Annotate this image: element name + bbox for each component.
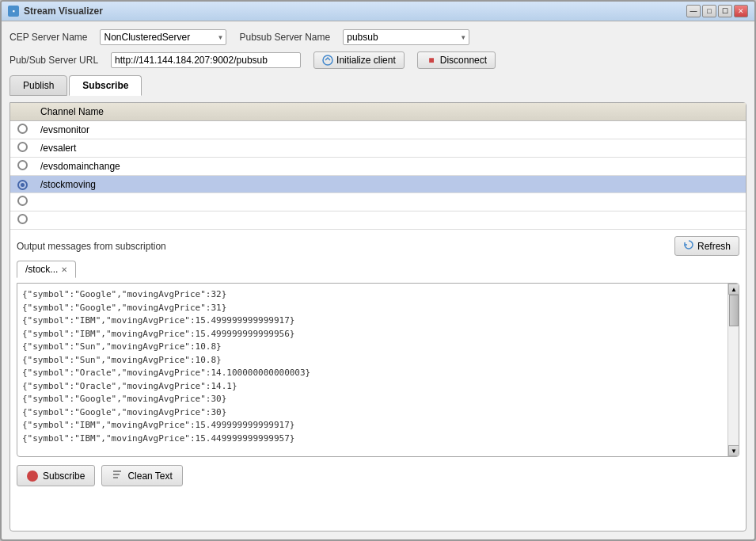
output-tab-bar: /stock... ✕ — [17, 261, 739, 278]
main-window: ▪ Stream Visualizer — □ ☐ ✕ CEP Server N… — [0, 0, 756, 541]
radio-button[interactable] — [17, 124, 28, 134]
title-bar: ▪ Stream Visualizer — □ ☐ ✕ — [2, 2, 754, 21]
table-row[interactable] — [10, 211, 746, 230]
server-name-row: CEP Server Name NonClusteredServer Pubsu… — [9, 29, 747, 45]
channel-name-cell: /evsalert — [34, 139, 746, 158]
svg-rect-1 — [113, 471, 121, 472]
channel-name-cell — [34, 211, 746, 230]
output-tab-label: /stock... — [25, 264, 58, 275]
radio-col-header — [10, 103, 34, 121]
channel-name-header: Channel Name — [34, 103, 746, 121]
url-label: Pub/Sub Server URL — [9, 55, 98, 66]
subscribe-tab[interactable]: Subscribe — [69, 75, 142, 96]
bottom-section: Output messages from subscription Refres… — [10, 230, 746, 493]
url-row: Pub/Sub Server URL Initialize client ■ D… — [9, 51, 747, 69]
table-row[interactable]: /evsdomainchange — [10, 158, 746, 176]
clean-label: Clean Text — [127, 471, 172, 482]
subscribe-icon — [27, 471, 38, 482]
svg-rect-2 — [113, 474, 120, 475]
radio-button[interactable] — [17, 160, 28, 170]
title-buttons: — □ ☐ ✕ — [686, 5, 748, 17]
cep-server-select[interactable]: NonClusteredServer — [100, 29, 226, 45]
cep-select-wrapper: NonClusteredServer — [100, 29, 226, 45]
radio-button[interactable] — [17, 214, 28, 224]
minimize-button[interactable]: — — [686, 5, 701, 17]
close-button[interactable]: ✕ — [734, 5, 748, 17]
scrollbar[interactable]: ▲ ▼ — [728, 284, 739, 456]
output-text: {"symbol":"Google","movingAvgPrice":32} … — [17, 284, 739, 456]
disconnect-button[interactable]: ■ Disconnect — [417, 51, 496, 69]
cep-label: CEP Server Name — [9, 32, 87, 43]
radio-button[interactable] — [17, 180, 28, 190]
scroll-up-button[interactable]: ▲ — [728, 284, 739, 295]
refresh-label: Refresh — [697, 241, 731, 252]
output-label: Output messages from subscription — [17, 241, 166, 252]
action-bar: Subscribe Clean Text — [17, 462, 739, 486]
table-row[interactable] — [10, 193, 746, 211]
channel-name-cell — [34, 193, 746, 211]
title-bar-left: ▪ Stream Visualizer — [8, 6, 103, 17]
main-tabs: Publish Subscribe — [9, 75, 747, 96]
svg-rect-3 — [113, 477, 118, 478]
refresh-button[interactable]: Refresh — [674, 236, 739, 256]
radio-button[interactable] — [17, 142, 28, 152]
subscribe-button[interactable]: Subscribe — [17, 465, 95, 486]
table-row[interactable]: /stockmoving — [10, 176, 746, 193]
channel-name-cell: /stockmoving — [34, 176, 746, 193]
maximize-button[interactable]: ☐ — [718, 5, 732, 17]
init-icon — [322, 55, 333, 66]
svg-point-0 — [323, 55, 332, 65]
subscribe-label: Subscribe — [43, 471, 85, 482]
output-area: {"symbol":"Google","movingAvgPrice":32} … — [17, 283, 739, 457]
table-row[interactable]: /evsmonitor — [10, 121, 746, 139]
clean-icon — [112, 469, 123, 482]
disconnect-icon: ■ — [426, 55, 437, 66]
clean-text-button[interactable]: Clean Text — [101, 465, 182, 486]
app-icon: ▪ — [8, 6, 19, 17]
pubsub-select-wrapper: pubsub — [343, 29, 469, 45]
content-area: CEP Server Name NonClusteredServer Pubsu… — [2, 21, 754, 539]
disconnect-label: Disconnect — [440, 55, 487, 66]
radio-button[interactable] — [17, 196, 28, 206]
output-tab-stock[interactable]: /stock... ✕ — [17, 261, 76, 278]
pubsub-server-select[interactable]: pubsub — [343, 29, 469, 45]
output-header: Output messages from subscription Refres… — [17, 236, 739, 256]
initialize-client-button[interactable]: Initialize client — [313, 51, 405, 69]
table-row[interactable]: /evsalert — [10, 139, 746, 158]
channel-name-cell: /evsdomainchange — [34, 158, 746, 176]
scroll-thumb[interactable] — [729, 295, 739, 326]
pubsub-label: Pubsub Server Name — [239, 32, 330, 43]
publish-tab[interactable]: Publish — [9, 75, 67, 96]
refresh-icon — [683, 239, 694, 253]
restore-button[interactable]: □ — [702, 5, 716, 17]
window-title: Stream Visualizer — [24, 6, 103, 17]
close-tab-icon[interactable]: ✕ — [61, 265, 67, 274]
main-panel: Channel Name /evsmonitor/evsalert/evsdom… — [9, 102, 747, 531]
scroll-down-button[interactable]: ▼ — [728, 445, 739, 456]
init-label: Initialize client — [336, 55, 396, 66]
channel-name-cell: /evsmonitor — [34, 121, 746, 139]
url-input[interactable] — [111, 52, 301, 68]
channel-table: Channel Name /evsmonitor/evsalert/evsdom… — [10, 103, 746, 230]
